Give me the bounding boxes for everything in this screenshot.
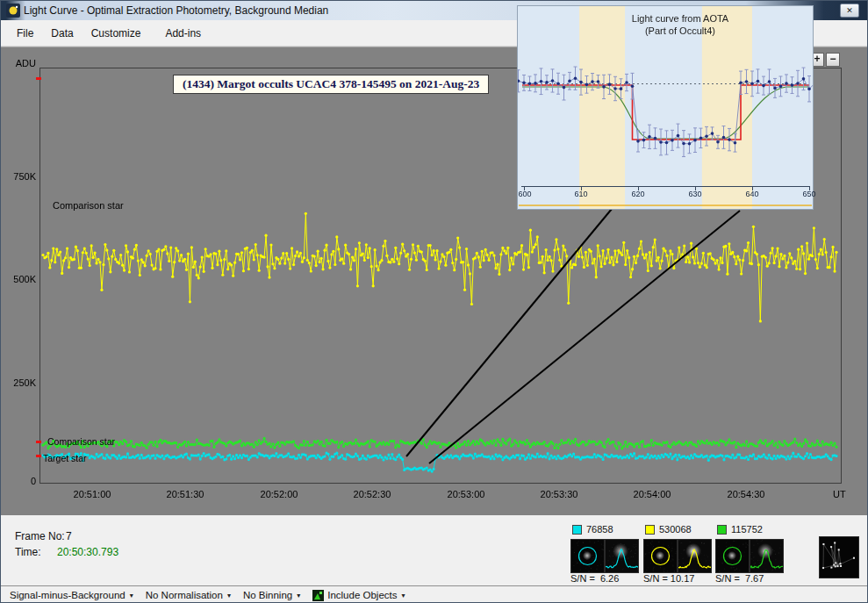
frame-no-value: 7 xyxy=(66,530,72,542)
inset-x-tick-620: 620 xyxy=(627,190,649,198)
status-panel: Frame No: 7 Time: 20:50:30.793 76858 S/N… xyxy=(1,515,867,585)
comparison-star-label-low: Comparison star xyxy=(47,436,115,447)
comp2-color-swatch xyxy=(717,525,727,535)
inset-title: Light curve from AOTA (Part of Occult4) xyxy=(606,12,755,37)
comp1-adu-value: 530068 xyxy=(659,524,692,535)
chevron-down-icon: ▾ xyxy=(227,592,231,599)
app-window: Light Curve - Optimal Extraction Photome… xyxy=(0,0,868,603)
comp1-psf-thumbnail xyxy=(678,539,712,573)
x-tick-0: 20:51:00 xyxy=(64,489,120,499)
binning-label: No Binning xyxy=(243,590,292,600)
comp2-sn-label: S/N = 7.67 xyxy=(715,573,764,584)
measurement-group-target: 76858 S/N = 6.26 xyxy=(570,515,642,585)
comp2-psf-thumbnail xyxy=(750,539,784,573)
binning-dropdown[interactable]: No Binning ▾ xyxy=(239,586,308,603)
target-color-swatch xyxy=(572,525,582,535)
comp1-color-swatch xyxy=(645,525,655,535)
inset-x-tick-610: 610 xyxy=(570,190,592,198)
time-value: 20:50:30.793 xyxy=(57,546,118,558)
y-tick-500k: 500K xyxy=(4,274,36,284)
signal-mode-dropdown[interactable]: Signal-minus-Background ▾ xyxy=(5,586,141,603)
comp1-aperture-thumbnail xyxy=(643,539,678,573)
normalisation-label: No Normalisation xyxy=(146,590,223,600)
comparison-star-label-top: Comparison star xyxy=(53,200,124,211)
x-tick-1: 20:51:30 xyxy=(157,489,213,499)
signal-mode-label: Signal-minus-Background xyxy=(10,590,126,600)
x-tick-3: 20:52:30 xyxy=(344,489,400,499)
normalisation-dropdown[interactable]: No Normalisation ▾ xyxy=(141,586,239,603)
include-objects-icon xyxy=(312,590,324,601)
x-tick-5: 20:53:30 xyxy=(531,489,587,499)
measurement-group-comp2: 115752 S/N = 7.67 xyxy=(715,515,787,585)
target-adu-value: 76858 xyxy=(586,524,613,535)
chevron-down-icon: ▾ xyxy=(401,592,405,599)
menu-data[interactable]: Data xyxy=(42,24,82,43)
target-aperture-thumbnail xyxy=(570,539,605,573)
target-sn-label: S/N = 6.26 xyxy=(570,573,619,584)
inset-x-tick-650: 650 xyxy=(798,190,821,198)
bottom-toolbar: Signal-minus-Background ▾ No Normalisati… xyxy=(1,585,867,603)
app-icon xyxy=(6,4,20,18)
menu-add-ins[interactable]: Add-ins xyxy=(156,24,210,43)
star-field-thumbnail xyxy=(819,536,859,578)
inset-x-tick-600: 600 xyxy=(513,190,536,198)
chevron-down-icon: ▾ xyxy=(297,592,300,599)
y-axis-unit-label: ADU xyxy=(4,58,36,68)
inset-x-tick-640: 640 xyxy=(741,190,764,198)
x-tick-6: 20:54:00 xyxy=(624,489,680,499)
chevron-down-icon: ▾ xyxy=(130,592,133,599)
close-button[interactable]: ✕ xyxy=(840,4,859,18)
time-label: Time: xyxy=(15,546,41,558)
menu-file[interactable]: File xyxy=(8,24,42,43)
measurement-group-comp1: 530068 S/N = 10.17 xyxy=(643,515,715,585)
zoom-out-button[interactable]: − xyxy=(826,53,840,67)
comp2-adu-value: 115752 xyxy=(731,524,763,535)
target-psf-thumbnail xyxy=(605,539,639,573)
include-objects-dropdown[interactable]: Include Objects ▾ xyxy=(308,586,412,603)
y-tick-250k: 250K xyxy=(4,377,36,388)
inset-x-tick-630: 630 xyxy=(684,190,707,198)
window-title: Light Curve - Optimal Extraction Photome… xyxy=(24,1,328,20)
y-tick-750k: 750K xyxy=(4,171,36,182)
x-tick-2: 20:52:00 xyxy=(251,489,307,499)
x-axis-unit-label: UT xyxy=(833,489,846,499)
inset-title-line2: (Part of Occult4) xyxy=(606,25,755,37)
include-objects-label: Include Objects xyxy=(327,590,397,600)
x-tick-7: 20:54:30 xyxy=(718,489,774,499)
comp1-sn-label: S/N = 10.17 xyxy=(643,573,694,584)
frame-no-label: Frame No: xyxy=(15,530,65,542)
aota-inset-panel: Light curve from AOTA (Part of Occult4) … xyxy=(517,5,814,210)
comp2-aperture-thumbnail xyxy=(715,539,750,573)
event-title-box: (1434) Margot occults UCAC4 378-145495 o… xyxy=(173,75,489,94)
menu-customize[interactable]: Customize xyxy=(82,24,150,43)
target-star-label: Target star xyxy=(43,453,87,463)
y-tick-0: 0 xyxy=(4,476,36,486)
x-tick-4: 20:53:00 xyxy=(438,489,494,499)
inset-title-line1: Light curve from AOTA xyxy=(606,12,755,25)
